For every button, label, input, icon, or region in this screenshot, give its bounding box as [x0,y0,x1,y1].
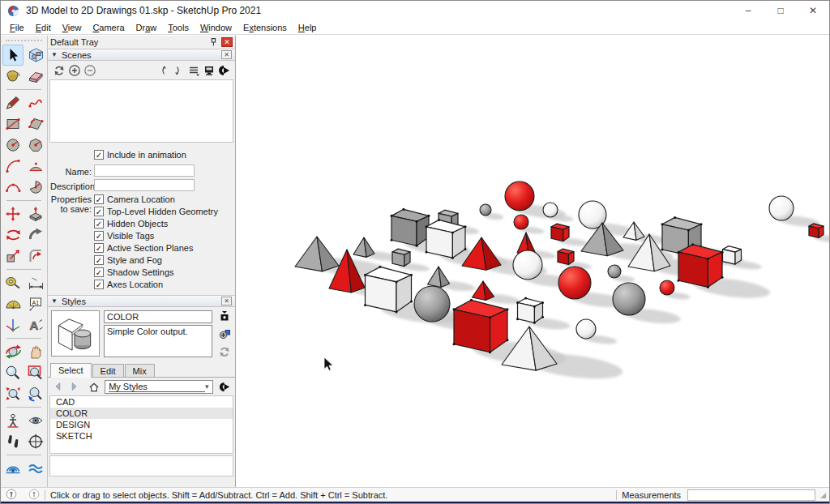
status-account-icon[interactable] [28,489,40,502]
orbit-tool[interactable] [2,341,24,362]
axes-tool[interactable] [2,314,24,335]
property-checkbox[interactable]: ✓ [94,255,104,265]
style-list-item[interactable]: COLOR [50,408,233,419]
style-description-field[interactable]: Simple Color output. [104,325,212,357]
menu-file[interactable]: File [4,22,30,33]
shape-cube-red[interactable] [809,224,824,238]
shape-cube-gray[interactable] [392,249,410,266]
section-plane-tool[interactable] [25,431,46,452]
3d-text-tool[interactable]: A [25,314,46,335]
menu-help[interactable]: Help [293,22,323,33]
shape-cube-white[interactable] [364,266,413,314]
style-name-field[interactable]: COLOR [104,310,212,323]
resize-grip[interactable]: ◢ [820,491,826,499]
scenes-close-button[interactable]: ✕ [221,50,232,59]
shape-pyramid-gray[interactable] [428,267,450,287]
make-component-tool[interactable] [25,45,46,66]
show-details-button[interactable] [201,63,216,78]
measurements-input[interactable] [687,489,815,501]
toolbar-grip[interactable] [6,40,42,43]
tab-mix[interactable]: Mix [125,364,155,377]
property-checkbox[interactable]: ✓ [94,231,104,241]
shape-cube-white[interactable] [723,246,742,264]
property-checkbox[interactable]: ✓ [94,280,104,289]
close-button[interactable]: ✕ [797,1,829,20]
move-scene-up-button[interactable] [155,63,170,78]
shape-sphere-red[interactable] [514,215,528,229]
menu-tools[interactable]: Tools [162,22,195,33]
home-button[interactable] [88,380,101,394]
shape-sphere-white[interactable] [769,196,794,220]
eraser-tool[interactable] [25,66,46,87]
secondary-pane-button[interactable] [217,309,232,323]
property-checkbox[interactable]: ✓ [94,219,104,229]
zoom-extents-tool[interactable] [2,383,24,404]
offset-tool[interactable] [25,246,46,267]
style-list-item[interactable]: DESIGN [50,419,233,430]
shape-sphere-gray[interactable] [414,286,450,322]
forward-button[interactable] [66,380,80,394]
freehand-tool[interactable] [25,92,46,113]
move-scene-down-button[interactable] [170,63,186,78]
rotate-tool[interactable] [2,224,24,246]
scenes-list[interactable] [49,79,233,143]
move-tool[interactable] [2,203,24,224]
shape-cube-red[interactable] [453,299,509,353]
maximize-button[interactable]: □ [764,1,797,20]
update-style-button[interactable] [217,344,232,359]
minimize-button[interactable]: – [732,1,764,20]
status-help-icon[interactable] [6,489,17,502]
pie-tool[interactable] [25,177,46,198]
push-pull-tool[interactable] [25,203,46,224]
model-viewport[interactable] [236,36,830,487]
style-list-item[interactable]: CAD [50,396,233,408]
property-checkbox[interactable]: ✓ [94,194,104,204]
style-list-item[interactable]: SKETCH [50,430,233,442]
shape-cube-darkgray[interactable] [391,208,430,247]
text-tool[interactable]: A1 [25,293,46,314]
scene-description-field[interactable] [94,179,195,191]
menu-extensions[interactable]: Extensions [237,22,293,33]
two-point-arc-tool[interactable] [25,156,46,177]
property-checkbox[interactable]: ✓ [94,207,104,216]
tab-select[interactable]: Select [50,363,92,378]
shape-cube-white[interactable] [426,219,467,259]
shape-cube-red[interactable] [551,224,569,241]
tape-measure-tool[interactable] [2,272,24,293]
look-around-tool[interactable] [25,410,46,431]
position-camera-tool[interactable] [2,410,24,431]
select-tool[interactable] [2,45,24,66]
dimension-tool[interactable] [25,272,46,293]
menu-camera[interactable]: Camera [87,22,130,33]
tray-close-button[interactable]: ✕ [221,37,233,47]
pin-icon[interactable] [208,36,219,48]
scene-name-field[interactable] [94,164,195,177]
shape-sphere-gray[interactable] [480,204,491,216]
update-scene-button[interactable] [51,63,66,78]
scale-tool[interactable] [2,246,24,267]
menu-view[interactable]: View [57,22,88,33]
remove-scene-button[interactable] [82,63,97,78]
back-button[interactable] [51,380,65,394]
protractor-tool[interactable] [2,293,24,314]
shape-sphere-white[interactable] [513,250,542,280]
shape-pyramid-gray[interactable] [353,237,374,257]
three-point-arc-tool[interactable] [2,177,24,198]
styles-panel-header[interactable]: ▼ Styles ✕ [48,295,235,307]
shape-pyramid-gray[interactable] [295,237,339,271]
zoom-window-tool[interactable] [25,362,46,383]
paint-bucket-tool[interactable] [2,66,24,87]
shape-pyramid-red[interactable] [473,281,494,300]
style-collection-dropdown[interactable]: My Styles ▾ [105,380,213,394]
tab-edit[interactable]: Edit [92,364,124,377]
rotated-rectangle-tool[interactable] [25,113,46,135]
shape-sphere-red[interactable] [558,267,591,299]
line-tool[interactable] [2,92,24,113]
view-options-button[interactable] [186,63,201,78]
circle-tool[interactable] [2,135,24,156]
style-thumbnail[interactable] [51,310,100,357]
add-location-tool[interactable] [2,458,24,479]
arc-tool[interactable] [2,156,24,177]
styles-close-button[interactable]: ✕ [221,297,232,305]
follow-me-tool[interactable] [25,224,46,246]
